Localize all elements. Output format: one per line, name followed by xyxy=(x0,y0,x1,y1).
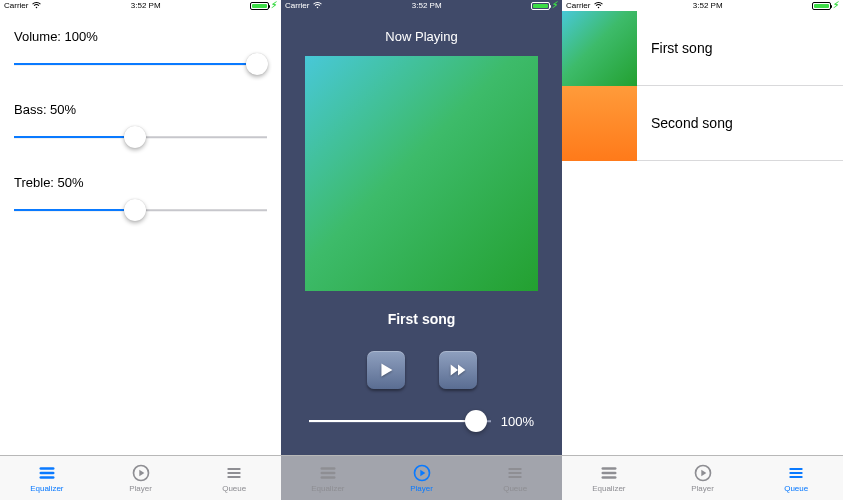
svg-rect-7 xyxy=(320,467,335,470)
battery-icon xyxy=(812,2,831,10)
charging-icon: ⚡︎ xyxy=(271,1,277,10)
volume-row: 100% xyxy=(301,411,542,431)
battery-icon xyxy=(250,2,269,10)
volume-label: Volume: 100% xyxy=(14,29,267,44)
svg-rect-13 xyxy=(509,476,522,478)
equalizer-icon xyxy=(317,463,339,483)
player-icon xyxy=(692,463,714,483)
tab-queue[interactable]: Queue xyxy=(187,456,281,500)
wifi-icon xyxy=(313,2,322,9)
tab-bar: Equalizer Player Queue xyxy=(0,455,281,500)
svg-rect-4 xyxy=(228,468,241,470)
svg-rect-2 xyxy=(39,476,54,479)
phone-player: Carrier 3:52 PM ⚡︎ Now Playing First son… xyxy=(281,0,562,500)
album-art xyxy=(305,56,538,291)
tab-player[interactable]: Player xyxy=(94,456,188,500)
tab-equalizer-label: Equalizer xyxy=(592,484,625,493)
charging-icon: ⚡︎ xyxy=(552,1,558,10)
carrier-label: Carrier xyxy=(285,1,309,10)
svg-rect-11 xyxy=(509,468,522,470)
status-bar: Carrier 3:52 PM ⚡︎ xyxy=(281,0,562,11)
svg-rect-5 xyxy=(228,472,241,474)
queue-art xyxy=(562,11,637,86)
bass-label: Bass: 50% xyxy=(14,102,267,117)
tab-queue-label: Queue xyxy=(222,484,246,493)
svg-rect-1 xyxy=(39,472,54,475)
tab-queue-label: Queue xyxy=(784,484,808,493)
equalizer-pane: Volume: 100% Bass: 50% Treble: 50% xyxy=(0,11,281,455)
queue-art xyxy=(562,86,637,161)
volume-percent-label: 100% xyxy=(501,414,534,429)
next-button[interactable] xyxy=(439,351,477,389)
svg-rect-9 xyxy=(320,476,335,479)
svg-rect-0 xyxy=(39,467,54,470)
wifi-icon xyxy=(594,2,603,9)
queue-title: Second song xyxy=(637,115,733,131)
queue-icon xyxy=(504,463,526,483)
svg-rect-8 xyxy=(320,472,335,475)
treble-label: Treble: 50% xyxy=(14,175,267,190)
equalizer-icon xyxy=(598,463,620,483)
tab-bar: Equalizer Player Queue xyxy=(281,455,562,500)
svg-rect-19 xyxy=(790,472,803,474)
player-pane: Now Playing First song 100% xyxy=(281,11,562,455)
volume-row: Volume: 100% xyxy=(14,29,267,74)
queue-icon xyxy=(223,463,245,483)
carrier-label: Carrier xyxy=(566,1,590,10)
player-icon xyxy=(130,463,152,483)
tab-queue[interactable]: Queue xyxy=(468,456,562,500)
bass-slider[interactable] xyxy=(14,127,267,147)
phone-equalizer: Carrier 3:52 PM ⚡︎ Volume: 100% Bass: 50… xyxy=(0,0,281,500)
player-controls xyxy=(367,351,477,389)
svg-rect-6 xyxy=(228,476,241,478)
treble-slider[interactable] xyxy=(14,200,267,220)
tab-player-label: Player xyxy=(691,484,714,493)
tab-equalizer[interactable]: Equalizer xyxy=(562,456,656,500)
svg-rect-15 xyxy=(601,472,616,475)
tab-player-label: Player xyxy=(410,484,433,493)
queue-pane: First song Second song xyxy=(562,11,843,455)
player-icon xyxy=(411,463,433,483)
battery-icon xyxy=(531,2,550,10)
charging-icon: ⚡︎ xyxy=(833,1,839,10)
svg-rect-12 xyxy=(509,472,522,474)
queue-icon xyxy=(785,463,807,483)
tab-equalizer[interactable]: Equalizer xyxy=(281,456,375,500)
carrier-label: Carrier xyxy=(4,1,28,10)
tab-player[interactable]: Player xyxy=(375,456,469,500)
svg-rect-20 xyxy=(790,476,803,478)
tab-equalizer[interactable]: Equalizer xyxy=(0,456,94,500)
play-button[interactable] xyxy=(367,351,405,389)
queue-row[interactable]: Second song xyxy=(562,86,843,161)
now-playing-label: Now Playing xyxy=(385,29,457,44)
svg-rect-18 xyxy=(790,468,803,470)
bass-row: Bass: 50% xyxy=(14,102,267,147)
status-bar: Carrier 3:52 PM ⚡︎ xyxy=(0,0,281,11)
tab-player[interactable]: Player xyxy=(656,456,750,500)
volume-slider[interactable] xyxy=(14,54,267,74)
queue-row[interactable]: First song xyxy=(562,11,843,86)
song-title: First song xyxy=(388,311,456,327)
clock-label: 3:52 PM xyxy=(412,1,442,10)
queue-title: First song xyxy=(637,40,712,56)
status-bar: Carrier 3:52 PM ⚡︎ xyxy=(562,0,843,11)
tab-equalizer-label: Equalizer xyxy=(311,484,344,493)
wifi-icon xyxy=(32,2,41,9)
tab-queue[interactable]: Queue xyxy=(749,456,843,500)
play-icon xyxy=(375,359,397,381)
svg-rect-14 xyxy=(601,467,616,470)
tab-equalizer-label: Equalizer xyxy=(30,484,63,493)
clock-label: 3:52 PM xyxy=(693,1,723,10)
tab-player-label: Player xyxy=(129,484,152,493)
player-volume-slider[interactable] xyxy=(309,411,491,431)
svg-rect-16 xyxy=(601,476,616,479)
forward-icon xyxy=(447,359,469,381)
tab-bar: Equalizer Player Queue xyxy=(562,455,843,500)
clock-label: 3:52 PM xyxy=(131,1,161,10)
phone-queue: Carrier 3:52 PM ⚡︎ First song Second son… xyxy=(562,0,843,500)
treble-row: Treble: 50% xyxy=(14,175,267,220)
tab-queue-label: Queue xyxy=(503,484,527,493)
equalizer-icon xyxy=(36,463,58,483)
